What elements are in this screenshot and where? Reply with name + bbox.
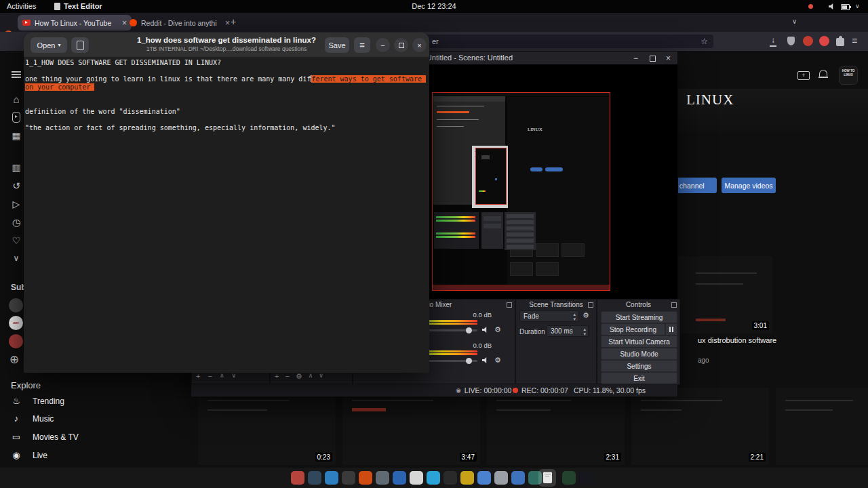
subscription-avatar[interactable] xyxy=(9,334,23,348)
video-thumbnail[interactable] xyxy=(776,388,868,465)
video-thumbnail[interactable]: 0:23 xyxy=(198,388,336,465)
your-videos-icon[interactable]: ▷ xyxy=(9,198,23,210)
subscription-avatar[interactable] xyxy=(9,298,23,312)
settings-button[interactable]: Settings xyxy=(601,360,677,372)
video-thumbnail[interactable]: 2:21 xyxy=(631,388,769,465)
dock-app-8-icon[interactable] xyxy=(410,471,423,485)
dock-app-10-icon[interactable] xyxy=(443,471,457,485)
dock-app-11-icon[interactable] xyxy=(460,471,474,485)
video-thumbnail[interactable]: 2:31 xyxy=(487,388,625,465)
controls-header[interactable]: Controls xyxy=(597,300,679,310)
dock-app-3-icon[interactable] xyxy=(325,471,338,485)
move-scene-up-icon[interactable]: ∧ xyxy=(220,372,224,380)
editor-headerbar[interactable]: Open ▾ 1_how does software get dissemina… xyxy=(24,33,429,58)
dock-popout-icon[interactable] xyxy=(507,302,512,308)
start-streaming-button[interactable]: Start Streaming xyxy=(601,311,677,323)
menu-hamburger-icon[interactable]: ≡ xyxy=(852,35,857,46)
pause-recording-button[interactable] xyxy=(665,323,677,336)
manage-videos-button[interactable]: Manage videos xyxy=(722,178,776,193)
dock-app-17-icon[interactable] xyxy=(562,471,576,485)
sidebar-item-music[interactable]: Music xyxy=(33,414,54,424)
save-button[interactable]: Save xyxy=(325,37,349,53)
shield-icon[interactable] xyxy=(787,37,795,45)
new-document-button[interactable] xyxy=(71,37,89,53)
shorts-icon[interactable] xyxy=(12,112,20,123)
dock-app-1-icon[interactable] xyxy=(291,471,304,485)
list-all-tabs-chevron-icon[interactable]: ∨ xyxy=(792,18,797,25)
sidebar-item-live[interactable]: Live xyxy=(33,451,47,460)
dock-app-9-icon[interactable] xyxy=(427,471,440,485)
dock-app-13-icon[interactable] xyxy=(494,471,508,485)
obs-minimize-button[interactable]: − xyxy=(633,54,638,62)
create-video-icon[interactable]: + xyxy=(797,71,810,80)
dock-app-7-icon[interactable] xyxy=(393,471,406,485)
duration-spinbox[interactable]: 300 ms ▴▾ xyxy=(547,325,589,337)
scene-transitions-header[interactable]: Scene Transitions xyxy=(516,300,596,310)
sidebar-item-trending[interactable]: Trending xyxy=(33,396,64,406)
mixer-gear-icon[interactable]: ⚙ xyxy=(494,325,501,334)
guide-hamburger-icon[interactable] xyxy=(12,71,21,78)
move-scene-down-icon[interactable]: ∨ xyxy=(231,372,236,380)
volume-slider-handle[interactable] xyxy=(466,358,472,364)
watch-later-icon[interactable]: ◷ xyxy=(9,216,23,228)
subscription-avatar[interactable]: aet xyxy=(9,316,23,330)
remove-source-icon[interactable]: − xyxy=(285,372,289,381)
video-title[interactable]: ux distrobution software xyxy=(698,336,776,344)
browser-tab-reddit[interactable]: Reddit - Dive into anythi × xyxy=(125,15,235,30)
browser-tab-youtube[interactable]: How To Linux - YouTube × xyxy=(18,15,132,30)
dock-app-14-icon[interactable] xyxy=(511,471,525,485)
main-menu-button[interactable]: ≡ xyxy=(354,37,370,53)
battery-icon[interactable] xyxy=(841,4,850,10)
transition-select[interactable]: Fade ▴▾ xyxy=(519,310,579,322)
dock-popout-icon[interactable] xyxy=(671,302,677,308)
exit-button[interactable]: Exit xyxy=(601,372,677,384)
editor-text-area[interactable]: 1_1_HOW DOES SOFTWARE GET DISSEMINATED I… xyxy=(24,58,429,373)
add-source-icon[interactable]: + xyxy=(275,372,279,381)
library-icon[interactable]: ▥ xyxy=(9,161,23,174)
video-thumbnail[interactable]: 3:47 xyxy=(342,388,480,465)
dock-app-2-icon[interactable] xyxy=(308,471,321,485)
profile-avatar-icon[interactable] xyxy=(819,36,829,46)
obs-close-button[interactable]: × xyxy=(666,54,671,62)
sidebar-item-movies-tv[interactable]: Movies & TV xyxy=(33,432,79,442)
subscriptions-icon[interactable]: ▦ xyxy=(9,129,23,142)
speaker-icon[interactable] xyxy=(482,357,489,363)
dock-popout-icon[interactable] xyxy=(588,302,593,308)
bookmark-star-icon[interactable]: ☆ xyxy=(701,35,708,48)
close-button[interactable]: × xyxy=(412,38,427,52)
channel-avatar[interactable]: HOW TO LINUX xyxy=(839,66,858,85)
dock-app-6-icon[interactable] xyxy=(376,471,389,485)
extensions-puzzle-icon[interactable] xyxy=(836,38,844,46)
spin-arrows-icon[interactable]: ▴▾ xyxy=(583,327,586,336)
stop-recording-button[interactable]: Stop Recording xyxy=(601,323,665,336)
adblocker-icon[interactable] xyxy=(803,36,813,46)
open-button[interactable]: Open ▾ xyxy=(31,37,67,53)
dock-app-4-icon[interactable] xyxy=(342,471,355,485)
move-source-down-icon[interactable]: ∨ xyxy=(319,372,323,381)
start-virtual-camera-button[interactable]: Start Virtual Camera xyxy=(601,336,677,348)
browse-channels-icon[interactable]: ⊕ xyxy=(9,352,19,367)
dock-app-18-icon[interactable] xyxy=(579,471,593,485)
source-properties-gear-icon[interactable]: ⚙ xyxy=(296,372,302,381)
clock[interactable]: Dec 12 23:24 xyxy=(0,0,868,13)
maximize-button[interactable] xyxy=(394,38,408,52)
notifications-bell-icon[interactable] xyxy=(818,70,828,79)
tab-close-icon[interactable]: × xyxy=(225,18,230,28)
dock-active-app-highlight[interactable] xyxy=(538,469,556,487)
show-more-chevron-icon[interactable]: ∨ xyxy=(9,252,23,264)
history-icon[interactable]: ↺ xyxy=(9,180,23,192)
obs-preview-source[interactable]: LINUX xyxy=(432,92,610,291)
system-menu-chevron-icon[interactable]: ∨ xyxy=(855,0,860,13)
remove-scene-icon[interactable]: − xyxy=(208,372,212,380)
downloads-icon[interactable]: ↓ xyxy=(771,35,775,45)
dock-app-12-icon[interactable] xyxy=(477,471,491,485)
volume-slider-handle[interactable] xyxy=(466,327,472,333)
studio-mode-button[interactable]: Studio Mode xyxy=(601,348,677,360)
obs-maximize-button[interactable] xyxy=(650,56,656,62)
minimize-button[interactable]: − xyxy=(376,38,390,52)
liked-videos-icon[interactable]: ♡ xyxy=(9,235,23,247)
mixer-gear-icon[interactable]: ⚙ xyxy=(494,356,501,365)
add-scene-icon[interactable]: + xyxy=(196,372,200,380)
transition-gear-icon[interactable]: ⚙ xyxy=(583,311,589,320)
move-source-up-icon[interactable]: ∧ xyxy=(309,372,313,381)
